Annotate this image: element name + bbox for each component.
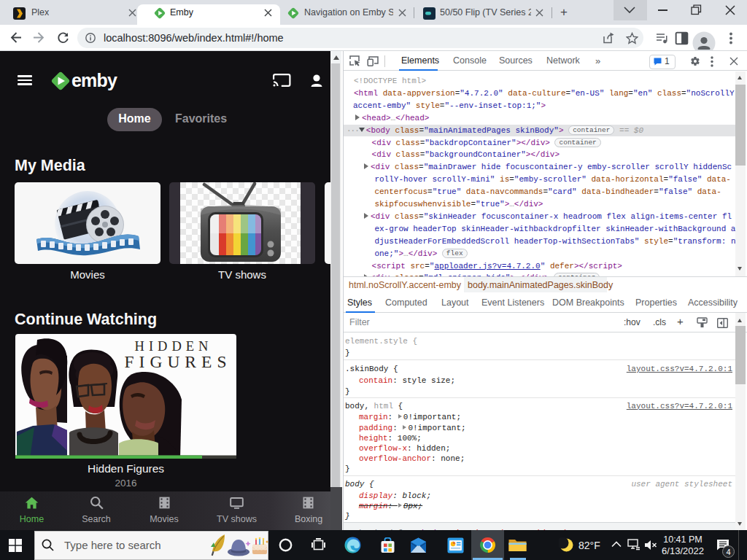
svg-text:FIGURES: FIGURES: [125, 352, 232, 371]
svg-text:HIDDEN: HIDDEN: [135, 339, 213, 354]
svg-text:4: 4: [726, 548, 730, 556]
